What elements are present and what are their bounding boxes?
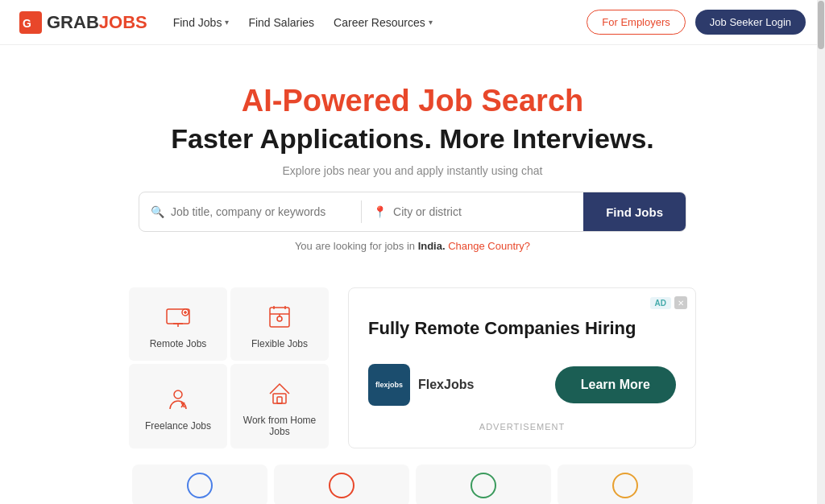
change-country-link[interactable]: Change Country? xyxy=(448,240,530,252)
flexjobs-logo-text: flexjobs xyxy=(375,381,403,389)
job-seeker-login-button[interactable]: Job Seeker Login xyxy=(695,10,806,35)
hero-section: AI-Powered Job Search Faster Application… xyxy=(0,45,825,284)
svg-rect-18 xyxy=(277,397,282,403)
category-freelance-jobs[interactable]: Freelance Jobs xyxy=(129,364,227,448)
hero-subtitle: Explore jobs near you and apply instantl… xyxy=(16,164,809,177)
bottom-circle-blue xyxy=(187,473,213,498)
for-employers-button[interactable]: For Employers xyxy=(587,10,686,35)
grabjobs-logo-icon: G xyxy=(19,11,42,34)
scrollbar[interactable] xyxy=(817,0,825,504)
flexjobs-brand-name: FlexJobs xyxy=(418,378,474,392)
hero-title-black: Faster Applications. More Interviews. xyxy=(16,123,809,155)
flexjobs-logo: flexjobs xyxy=(368,364,410,406)
remote-jobs-icon xyxy=(164,303,193,332)
remote-jobs-label: Remote Jobs xyxy=(150,338,207,349)
bottom-circle-red xyxy=(329,473,354,498)
svg-point-12 xyxy=(277,316,282,321)
svg-point-14 xyxy=(174,390,182,399)
location-note: You are looking for jobs in India. Chang… xyxy=(16,240,809,252)
ad-close-button[interactable]: ✕ xyxy=(674,296,687,309)
nav-career-resources[interactable]: Career Resources ▾ xyxy=(334,16,433,29)
hero-title-red: AI-Powered Job Search xyxy=(16,84,809,118)
bottom-icon-card-1 xyxy=(132,465,267,504)
freelance-jobs-label: Freelance Jobs xyxy=(145,420,211,432)
bottom-icon-card-4 xyxy=(558,465,693,504)
flexible-jobs-icon xyxy=(265,303,294,332)
find-jobs-button[interactable]: Find Jobs xyxy=(583,192,686,231)
learn-more-button[interactable]: Learn More xyxy=(555,366,676,403)
wfh-jobs-icon xyxy=(265,379,294,408)
flexible-jobs-label: Flexible Jobs xyxy=(251,338,308,349)
logo-text: GRABJOBS xyxy=(47,12,147,33)
ad-badge: AD ✕ xyxy=(650,296,687,309)
svg-rect-8 xyxy=(270,308,289,327)
category-wfh-jobs[interactable]: Work from Home Jobs xyxy=(230,364,329,448)
ad-tag: AD xyxy=(650,297,671,309)
ad-title: Fully Remote Companies Hiring xyxy=(368,317,676,341)
chevron-down-icon: ▾ xyxy=(225,18,229,27)
location-input[interactable] xyxy=(393,205,572,218)
bottom-circle-orange xyxy=(612,473,638,498)
bottom-icons-area xyxy=(0,455,825,504)
job-search-input-wrapper: 🔍 xyxy=(139,192,361,231)
location-input-wrapper: 📍 xyxy=(362,192,583,231)
nav-links: Find Jobs ▾ Find Salaries Career Resourc… xyxy=(173,16,433,29)
chevron-down-icon: ▾ xyxy=(429,18,433,27)
navbar: G GRABJOBS Find Jobs ▾ Find Salaries Car… xyxy=(0,0,825,45)
category-grid: Remote Jobs Flexible Jobs Freelance Jo xyxy=(129,287,329,448)
bottom-icon-card-3 xyxy=(416,465,551,504)
category-flexible-jobs[interactable]: Flexible Jobs xyxy=(230,287,329,361)
advertisement-label: ADVERTISEMENT xyxy=(368,422,676,432)
ad-logo-area: flexjobs FlexJobs xyxy=(368,364,474,406)
nav-right: For Employers Job Seeker Login xyxy=(587,10,806,35)
search-icon: 🔍 xyxy=(151,205,164,218)
job-search-input[interactable] xyxy=(171,205,350,218)
ad-bottom: flexjobs FlexJobs Learn More xyxy=(368,364,676,406)
search-bar: 🔍 📍 Find Jobs xyxy=(139,192,686,232)
bottom-icon-card-2 xyxy=(274,465,409,504)
bottom-circle-green xyxy=(471,473,496,498)
category-remote-jobs[interactable]: Remote Jobs xyxy=(129,287,227,361)
wfh-jobs-label: Work from Home Jobs xyxy=(238,415,321,437)
nav-find-salaries[interactable]: Find Salaries xyxy=(248,16,314,29)
scrollbar-thumb[interactable] xyxy=(818,1,824,49)
svg-rect-17 xyxy=(273,394,286,403)
location-icon: 📍 xyxy=(373,205,387,218)
freelance-jobs-icon xyxy=(164,385,193,414)
svg-text:G: G xyxy=(23,17,31,30)
content-area: Remote Jobs Flexible Jobs Freelance Jo xyxy=(0,287,825,448)
nav-find-jobs[interactable]: Find Jobs ▾ xyxy=(173,16,230,29)
logo[interactable]: G GRABJOBS xyxy=(19,11,147,34)
ad-panel: AD ✕ Fully Remote Companies Hiring flexj… xyxy=(348,287,696,448)
